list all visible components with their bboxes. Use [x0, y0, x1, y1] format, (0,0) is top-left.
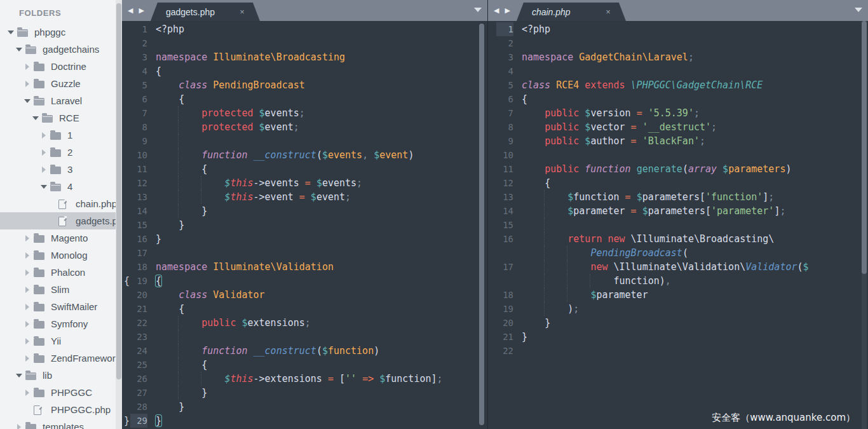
- tree-item-Laravel[interactable]: Laravel: [0, 92, 122, 109]
- expand-arrow-icon[interactable]: [25, 304, 29, 310]
- tree-item-lib[interactable]: lib: [0, 367, 122, 384]
- tree-item-3[interactable]: 3: [0, 161, 122, 178]
- code-line[interactable]: 11 {: [122, 162, 487, 176]
- tree-item-Yii[interactable]: Yii: [0, 332, 122, 350]
- code-line[interactable]: PendingBroadcast(: [488, 246, 868, 260]
- code-line[interactable]: 15 }: [122, 218, 487, 232]
- tree-item-Phalcon[interactable]: Phalcon: [0, 264, 122, 281]
- editor-right-scrollbar-thumb[interactable]: [862, 21, 867, 274]
- code-line[interactable]: 12 $this->events = $events;: [122, 176, 487, 190]
- code-line[interactable]: 20 class Validator: [122, 288, 487, 302]
- tree-item-gadgetchains[interactable]: gadgetchains: [0, 41, 122, 58]
- tree-item-2[interactable]: 2: [0, 144, 122, 161]
- code-line[interactable]: }29}: [122, 414, 487, 428]
- code-line[interactable]: 20 }: [488, 316, 868, 330]
- code-line[interactable]: 11 public function generate(array $param…: [488, 162, 868, 176]
- tree-item-ZendFramework[interactable]: ZendFramework: [0, 350, 122, 367]
- expand-arrow-icon[interactable]: [42, 149, 46, 156]
- tree-item-RCE[interactable]: RCE: [0, 109, 122, 126]
- code-line[interactable]: 6{: [488, 92, 868, 106]
- tab-forward-icon[interactable]: ▶: [505, 7, 510, 14]
- tree-item-SwiftMailer[interactable]: SwiftMailer: [0, 298, 122, 315]
- tab-gadgets-php[interactable]: gadgets.php ×: [151, 3, 260, 21]
- code-line[interactable]: 13 $this->event = $event;: [122, 190, 487, 204]
- code-line[interactable]: 2: [488, 36, 868, 50]
- code-line[interactable]: 18 $parameter: [488, 288, 868, 302]
- collapse-arrow-icon[interactable]: [16, 374, 22, 378]
- collapse-arrow-icon[interactable]: [32, 116, 39, 120]
- code-line[interactable]: 8 protected $event;: [122, 120, 487, 134]
- tree-item-Guzzle[interactable]: Guzzle: [0, 75, 122, 92]
- tree-item-phpggc[interactable]: phpggc: [0, 24, 122, 41]
- code-line[interactable]: 3namespace Illuminate\Broadcasting: [122, 50, 487, 64]
- editor-left-scrollbar-thumb[interactable]: [479, 24, 484, 425]
- tab-back-icon[interactable]: ◀: [494, 7, 499, 14]
- tab-chain-php[interactable]: chain.php ×: [517, 3, 626, 21]
- expand-arrow-icon[interactable]: [42, 167, 46, 173]
- expand-arrow-icon[interactable]: [25, 81, 29, 87]
- code-line[interactable]: 14 $parameter = $parameters['parameter']…: [488, 204, 868, 218]
- code-line[interactable]: 14 }: [122, 204, 487, 218]
- tree-item-4[interactable]: 4: [0, 178, 122, 195]
- code-line[interactable]: 5 class PendingBroadcast: [122, 78, 487, 92]
- tree-item-1[interactable]: 1: [0, 126, 122, 144]
- code-line[interactable]: 1<?php: [488, 22, 868, 36]
- code-line[interactable]: {19{: [122, 274, 487, 288]
- code-line[interactable]: 22: [488, 344, 868, 358]
- tree-item-chain.php[interactable]: chain.php: [0, 195, 122, 212]
- code-line[interactable]: 4: [488, 64, 868, 78]
- tree-item-PHPGGC[interactable]: PHPGGC: [0, 384, 122, 401]
- tab-back-icon[interactable]: ◀: [128, 7, 133, 14]
- expand-arrow-icon[interactable]: [25, 390, 29, 396]
- tab-overflow-icon[interactable]: [474, 8, 482, 12]
- expand-arrow-icon[interactable]: [25, 355, 29, 362]
- expand-arrow-icon[interactable]: [25, 338, 29, 344]
- code-line[interactable]: 16 return new \Illuminate\Broadcasting\: [488, 232, 868, 246]
- close-icon[interactable]: ×: [223, 8, 245, 16]
- code-line[interactable]: 16}: [122, 232, 487, 246]
- expand-arrow-icon[interactable]: [25, 252, 29, 259]
- code-line[interactable]: 1<?php: [122, 22, 487, 36]
- sidebar-scrollbar-thumb[interactable]: [116, 3, 121, 379]
- code-line[interactable]: 12 {: [488, 176, 868, 190]
- tab-forward-icon[interactable]: ▶: [139, 7, 144, 14]
- code-line[interactable]: 17 new \Illuminate\Validation\Validator(…: [488, 260, 868, 274]
- code-editor-left[interactable]: 1<?php23namespace Illuminate\Broadcastin…: [122, 21, 487, 429]
- code-line[interactable]: 7 public $version = '5.5.39';: [488, 106, 868, 120]
- code-line[interactable]: 8 public $vector = '__destruct';: [488, 120, 868, 134]
- code-line[interactable]: 19 );: [488, 302, 868, 316]
- expand-arrow-icon[interactable]: [25, 287, 29, 293]
- code-line[interactable]: 13 $function = $parameters['function'];: [488, 190, 868, 204]
- sidebar-scrollbar[interactable]: [116, 0, 122, 429]
- code-line[interactable]: 28 }: [122, 400, 487, 414]
- tree-item-Slim[interactable]: Slim: [0, 281, 122, 298]
- code-line[interactable]: 10 function __construct($events, $event): [122, 148, 487, 162]
- tree-item-PHPGGC.php[interactable]: PHPGGC.php: [0, 401, 122, 418]
- code-line[interactable]: 2: [122, 36, 487, 50]
- code-line[interactable]: 22 public $extensions;: [122, 316, 487, 330]
- code-line[interactable]: function),: [488, 274, 868, 288]
- code-line[interactable]: 10: [488, 148, 868, 162]
- editor-left-scrollbar[interactable]: [479, 21, 484, 429]
- tree-item-templates[interactable]: templates: [0, 418, 122, 429]
- code-line[interactable]: 21}: [488, 330, 868, 344]
- editor-right-scrollbar[interactable]: [862, 21, 867, 429]
- tree-item-Symfony[interactable]: Symfony: [0, 315, 122, 332]
- code-line[interactable]: 21 {: [122, 302, 487, 316]
- code-line[interactable]: 15: [488, 218, 868, 232]
- code-line[interactable]: 17: [122, 246, 487, 260]
- expand-arrow-icon[interactable]: [25, 64, 29, 70]
- code-line[interactable]: 25 {: [122, 358, 487, 372]
- tree-item-Monolog[interactable]: Monolog: [0, 247, 122, 264]
- code-line[interactable]: 18namespace Illuminate\Validation: [122, 260, 487, 274]
- tree-item-Doctrine[interactable]: Doctrine: [0, 58, 122, 75]
- code-line[interactable]: 6 {: [122, 92, 487, 106]
- code-editor-right[interactable]: 1<?php23namespace GadgetChain\Laravel;45…: [488, 21, 868, 429]
- code-line[interactable]: 9 public $author = 'BlackFan';: [488, 134, 868, 148]
- code-line[interactable]: 3namespace GadgetChain\Laravel;: [488, 50, 868, 64]
- expand-arrow-icon[interactable]: [25, 269, 29, 276]
- code-line[interactable]: 23: [122, 330, 487, 344]
- collapse-arrow-icon[interactable]: [24, 99, 31, 103]
- code-line[interactable]: 24 function __construct($function): [122, 344, 487, 358]
- code-line[interactable]: 4{: [122, 64, 487, 78]
